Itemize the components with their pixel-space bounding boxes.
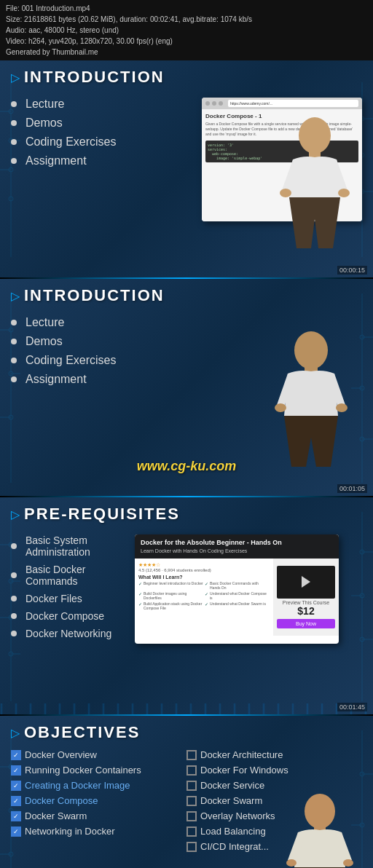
- bullet-list-1: Lecture Demos Coding Exercises Assignmen…: [11, 98, 195, 167]
- udemy-card-right: Preview This Course $12 Buy Now: [273, 559, 339, 636]
- bullet-dot: [11, 572, 17, 578]
- title-arrow-2: ▷: [11, 289, 20, 303]
- obj-docker-overview: ✓ Docker Overview: [11, 749, 186, 760]
- list-item-docker-cmds: Basic Docker Commands: [11, 564, 131, 587]
- content-area-3: Basic System Administration Basic Docker…: [11, 531, 362, 707]
- video-info: Video: h264, yuv420p, 1280x720, 30.00 fp…: [6, 36, 367, 47]
- checkbox-load-balancing: [186, 826, 197, 837]
- watermark: www.cg-ku.com: [137, 459, 236, 474]
- checkbox-docker-arch: [186, 750, 197, 760]
- list-item-demos-1: Demos: [11, 117, 195, 130]
- timestamp-1: 00:00:15: [337, 266, 367, 275]
- person-area-2: [264, 321, 358, 489]
- udemy-learn-items: ✓ Beginner level introduction to Docker …: [138, 581, 270, 610]
- udemy-card: Docker for the Absolute Beginner - Hands…: [135, 534, 339, 644]
- udemy-enrollment: 4.5 (12,456 · 6,904 students enrolled): [138, 568, 270, 572]
- objectives-left-col: ✓ Docker Overview ✓ Running Docker Conta…: [11, 749, 186, 868]
- obj-docker-windows: Docker For Windows: [186, 765, 362, 776]
- learn-item-3: ✓ Build Docker images using Dockerfiles: [138, 591, 203, 600]
- size-info: Size: 21618861 bytes (20.62 MiB), durati…: [6, 14, 367, 25]
- section-title-1: ▷ INTRODUCTION: [11, 68, 362, 87]
- list-item-docker-networking: Docker Networking: [11, 628, 131, 639]
- checkbox-overlay-networks: [186, 811, 197, 821]
- checkbox-docker-service: [186, 781, 197, 791]
- udemy-card-header: Docker for the Absolute Beginner - Hands…: [135, 534, 339, 559]
- browser-dot-green: [219, 101, 223, 106]
- browser-bar: https://www.udemy.com/...: [202, 98, 362, 109]
- svg-point-33: [294, 331, 328, 369]
- left-column-1: Lecture Demos Coding Exercises Assignmen…: [11, 94, 202, 270]
- checkbox-docker-swarm-right: [186, 796, 197, 806]
- svg-point-35: [275, 403, 286, 412]
- learn-item-1: ✓ Beginner level introduction to Docker: [138, 581, 203, 590]
- generated-info: Generated by Thumbnail.me: [6, 47, 367, 58]
- svg-point-69: [305, 794, 335, 829]
- top-bar: File: 001 Introduction.mp4 Size: 2161886…: [0, 0, 373, 60]
- person-area-4: [278, 787, 362, 868]
- bullet-dot: [11, 358, 17, 363]
- udemy-price: $12: [297, 605, 314, 617]
- play-icon: [302, 576, 310, 588]
- glitch-effect-3: [0, 703, 373, 714]
- bullet-dot: [11, 101, 17, 107]
- checkbox-networking-docker: ✓: [11, 826, 21, 837]
- obj-docker-arch: Docker Architecture: [186, 749, 362, 760]
- audio-info: Audio: aac, 48000 Hz, stereo (und): [6, 25, 367, 36]
- obj-docker-compose: ✓ Docker Compose: [11, 795, 186, 806]
- section-title-3: ▷ PRE-REQUISITES: [11, 505, 362, 524]
- browser-dot-yellow: [212, 101, 216, 106]
- title-arrow-3: ▷: [11, 508, 20, 521]
- bullet-dot: [11, 120, 17, 126]
- checkbox-creating-image: ✓: [11, 781, 21, 791]
- section-introduction-1: ▷ INTRODUCTION Lecture Demos Coding Exer…: [0, 60, 373, 277]
- file-info: File: 001 Introduction.mp4: [6, 3, 367, 14]
- bullet-dot: [11, 139, 17, 145]
- title-arrow-4: ▷: [11, 726, 20, 740]
- learn-item-5: ✓ Build Application stack using Docker C…: [138, 601, 203, 610]
- checkbox-running-containers: ✓: [11, 765, 21, 776]
- preview-label: Preview This Course: [283, 600, 329, 605]
- left-column-3: Basic System Administration Basic Docker…: [11, 531, 135, 707]
- bullet-dot: [11, 339, 17, 344]
- learn-item-6: ✓ Understand what Docker Swarm is: [205, 601, 270, 610]
- bullet-dot: [11, 613, 17, 619]
- bullet-dot: [11, 543, 17, 549]
- bullet-dot: [11, 158, 17, 164]
- learn-item-2: ✓ Basic Docker Commands with Hands On: [205, 581, 270, 590]
- section-prerequisites: ▷ PRE-REQUISITES Basic System Administra…: [0, 497, 373, 714]
- svg-point-17: [280, 189, 291, 197]
- timestamp-2: 00:01:05: [337, 484, 367, 493]
- list-item-docker-compose: Docker Compose: [11, 610, 131, 622]
- obj-networking-docker: ✓ Networking in Docker: [11, 826, 186, 837]
- list-item-coding-1: Coding Exercises: [11, 135, 195, 149]
- checkbox-docker-compose: ✓: [11, 796, 21, 806]
- bullet-dot: [11, 376, 17, 382]
- learn-item-4: ✓ Understand what Docker Compose is: [205, 591, 270, 600]
- udemy-card-left: ★★★★☆ 4.5 (12,456 · 6,904 students enrol…: [135, 559, 273, 636]
- content-area-1: Lecture Demos Coding Exercises Assignmen…: [11, 94, 362, 270]
- udemy-card-area: Docker for the Absolute Beginner - Hands…: [135, 531, 362, 707]
- udemy-card-body: ★★★★☆ 4.5 (12,456 · 6,904 students enrol…: [135, 559, 339, 636]
- svg-point-71: [286, 859, 297, 867]
- timestamp-3: 00:01:45: [337, 703, 367, 711]
- svg-point-36: [336, 403, 348, 412]
- udemy-buy-button[interactable]: Buy Now: [277, 619, 335, 628]
- bullet-dot: [11, 596, 17, 601]
- browser-url: https://www.udemy.com/...: [228, 100, 358, 107]
- content-area-4: ✓ Docker Overview ✓ Running Docker Conta…: [11, 749, 362, 868]
- title-text-4: OBJECTIVES: [24, 723, 140, 742]
- bullet-list-3: Basic System Administration Basic Docker…: [11, 534, 131, 639]
- person-area-1: [271, 110, 358, 270]
- checkbox-cicd: [186, 842, 197, 852]
- video-thumbnail: [277, 566, 335, 599]
- list-item-assignment-1: Assignment: [11, 154, 195, 167]
- bullet-dot: [11, 320, 17, 326]
- title-arrow-1: ▷: [11, 71, 20, 84]
- list-item-lecture-1: Lecture: [11, 98, 195, 111]
- person-silhouette-1: [271, 110, 358, 270]
- browser-dot-red: [205, 101, 210, 106]
- obj-docker-swarm-left: ✓ Docker Swarm: [11, 810, 186, 821]
- title-text-3: PRE-REQUISITES: [24, 505, 180, 524]
- udemy-card-subtitle: Learn Docker with Hands On Coding Exerci…: [141, 548, 333, 554]
- section-introduction-2: ▷ INTRODUCTION Lecture Demos Coding Exer…: [0, 279, 373, 496]
